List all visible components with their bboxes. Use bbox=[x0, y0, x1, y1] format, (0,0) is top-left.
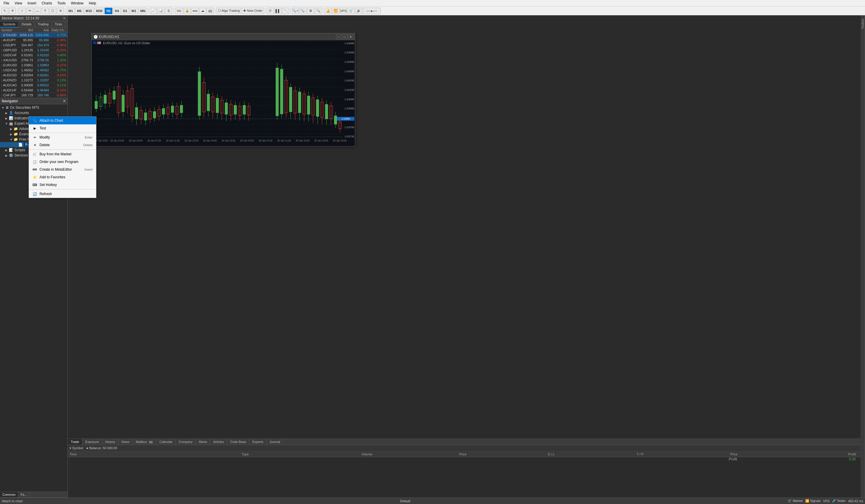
tool-vol[interactable]: 🔊 bbox=[355, 8, 362, 14]
market-watch-row[interactable]: ⟩ ETHUSD 3259.115 3259.695 4.72% bbox=[0, 33, 68, 38]
tool-ea[interactable]: 🤖 bbox=[207, 8, 214, 14]
bottom-tab-company[interactable]: Company bbox=[176, 439, 196, 445]
tool-signals[interactable]: 📶 bbox=[332, 8, 339, 14]
ctx-modify[interactable]: ✏ Modify Enter bbox=[29, 133, 96, 141]
tool-cloud[interactable]: ☁ bbox=[199, 8, 206, 14]
tool-cross[interactable]: ✛ bbox=[9, 8, 16, 14]
tool-ide[interactable]: IDE bbox=[175, 8, 183, 14]
tool-vps[interactable]: VPS bbox=[340, 8, 347, 14]
ctx-create-metaeditor[interactable]: IDE Create in MetaEditor Insert bbox=[29, 166, 96, 173]
menu-help[interactable]: Help bbox=[86, 1, 99, 6]
tf-m1[interactable]: M1 bbox=[67, 8, 74, 14]
bottom-tab-experts[interactable]: Experts bbox=[250, 439, 266, 445]
tool-objects[interactable]: S bbox=[165, 8, 172, 14]
menu-view[interactable]: View bbox=[12, 1, 24, 6]
market-link[interactable]: 🛒 Market bbox=[788, 499, 803, 503]
tf-m30[interactable]: M30 bbox=[94, 8, 104, 14]
algo-trading-btn[interactable]: ☐ Algo Trading bbox=[216, 8, 241, 14]
nav-accounts[interactable]: ▶ 👤 Accounts bbox=[0, 110, 68, 116]
tool-signal[interactable]: ●●● bbox=[191, 8, 198, 14]
tool-arrow[interactable]: ↖ bbox=[1, 8, 8, 14]
chart-minimize[interactable]: ─ bbox=[336, 35, 342, 39]
tool-line-chart[interactable]: 📉 bbox=[282, 8, 289, 14]
new-order-btn[interactable]: ✚ New Order bbox=[242, 8, 264, 14]
tool-lock[interactable]: 🔒 bbox=[184, 8, 191, 14]
bottom-tab-calendar[interactable]: Calendar bbox=[157, 439, 176, 445]
vps-link[interactable]: VPS bbox=[823, 499, 830, 503]
menu-insert[interactable]: Insert bbox=[25, 1, 39, 6]
tool-slider[interactable]: ──●── bbox=[363, 8, 381, 14]
menu-charts[interactable]: Charts bbox=[39, 1, 54, 6]
tool-alerts[interactable]: 🔔 bbox=[325, 8, 332, 14]
menu-file[interactable]: File bbox=[1, 1, 11, 6]
tool-chart-type[interactable]: 📈 bbox=[150, 8, 157, 14]
tool-hline[interactable]: — bbox=[34, 8, 41, 14]
bottom-tab-trade[interactable]: Trade bbox=[68, 439, 82, 445]
market-watch-row[interactable]: ⟩ AUDCHF 0.56468 0.56484 -0.14% bbox=[0, 88, 68, 93]
tool-line[interactable]: / bbox=[19, 8, 26, 14]
market-watch-row[interactable]: ⟩ USDCAD 1.45052 1.45062 0.75% bbox=[0, 68, 68, 73]
mw-tab-symbols[interactable]: Symbols bbox=[0, 22, 19, 27]
chart-maximize[interactable]: □ bbox=[342, 35, 347, 39]
market-watch-row[interactable]: ⟩ GBPUSD 1.24135 1.24140 -0.33% bbox=[0, 48, 68, 53]
tool-text[interactable]: T bbox=[42, 8, 49, 14]
ctx-refresh[interactable]: 🔄 Refresh bbox=[29, 190, 96, 198]
market-watch-row[interactable]: ⟩ AUDUSD 0.62054 0.62061 -0.54% bbox=[0, 73, 68, 78]
tool-zoom-out[interactable]: 🔍- bbox=[300, 8, 307, 14]
ctx-order-own-program[interactable]: 📋 Order your own Program bbox=[29, 158, 96, 166]
market-watch-row[interactable]: ⟩ AUDCAD 0.90008 0.90022 0.21% bbox=[0, 83, 68, 88]
bottom-tab-history[interactable]: History bbox=[102, 439, 118, 445]
bottom-tab-articles[interactable]: Articles bbox=[210, 439, 227, 445]
market-watch-row[interactable]: ⟩ EURUSD 1.03861 1.03863 -0.37% bbox=[0, 63, 68, 68]
tool-shapes[interactable]: ⬡ bbox=[49, 8, 56, 14]
bottom-tab-alerts[interactable]: Alerts bbox=[196, 439, 210, 445]
chart-close[interactable]: ✕ bbox=[348, 35, 353, 39]
tf-m5[interactable]: M5 bbox=[75, 8, 83, 14]
navigator-close[interactable]: ✕ bbox=[63, 99, 66, 103]
tool-search[interactable]: 🔍 bbox=[315, 8, 322, 14]
ctx-test[interactable]: ▶ Test bbox=[29, 125, 96, 132]
chart-canvas[interactable]: 🇪🇺🇺🇸 EURUSD, H1: Euro vs US Dollar bbox=[92, 40, 355, 146]
nav-tab-fa[interactable]: Fa... bbox=[18, 492, 30, 497]
tool-grid[interactable]: ⊞ bbox=[307, 8, 314, 14]
tool-market[interactable]: 🛒 bbox=[348, 8, 355, 14]
mw-tab-trading[interactable]: Trading bbox=[35, 22, 52, 27]
ctx-add-favorites[interactable]: ⭐ Add to Favorites bbox=[29, 173, 96, 181]
bottom-tab-mailbox[interactable]: Mailbox 11 bbox=[133, 439, 157, 445]
market-watch-row[interactable]: ⟩ XAUUSD 2794.73 2796.55 1.25% bbox=[0, 58, 68, 63]
nav-root[interactable]: ▼ 🖥 Ox Securities MT5 bbox=[0, 105, 68, 110]
tf-h4[interactable]: H4 bbox=[113, 8, 120, 14]
tool-zoom-in[interactable]: 🔍+ bbox=[292, 8, 299, 14]
market-watch-row[interactable]: ⟩ CHFJPY 169.729 169.746 -0.86% bbox=[0, 93, 68, 98]
ctx-set-hotkey[interactable]: ⌨ Set Hotkey bbox=[29, 181, 96, 189]
tool-history[interactable]: ⏱ bbox=[267, 8, 274, 14]
mw-tab-ticks[interactable]: Ticks bbox=[52, 22, 66, 27]
tool-bar-chart[interactable]: ▌▌ bbox=[275, 8, 281, 14]
market-watch-row[interactable]: ⟩ AUDJPY 95.855 95.866 -1.00% bbox=[0, 38, 68, 43]
ctx-delete[interactable]: ✕ Delete Delete bbox=[29, 141, 96, 149]
market-watch-row[interactable]: ⟩ AUDNZD 1.10272 1.10287 0.13% bbox=[0, 78, 68, 83]
bottom-tab-exposure[interactable]: Exposure bbox=[82, 439, 102, 445]
tool-fib[interactable]: ≋ bbox=[57, 8, 64, 14]
tf-d1[interactable]: D1 bbox=[122, 8, 129, 14]
bottom-tab-codebase[interactable]: Code Base bbox=[227, 439, 249, 445]
signals-link[interactable]: 📶 Signals bbox=[805, 499, 821, 503]
market-watch-row[interactable]: ⟩ USDJPY 154.467 154.474 -0.46% bbox=[0, 43, 68, 48]
bottom-tab-journal[interactable]: Journal bbox=[266, 439, 283, 445]
market-watch-row[interactable]: ⟩ USDCHF 0.91001 0.91010 0.40% bbox=[0, 53, 68, 58]
ctx-attach-to-chart[interactable]: 📎 Attach to Chart bbox=[29, 117, 96, 125]
tf-w1[interactable]: W1 bbox=[130, 8, 138, 14]
market-watch-close[interactable]: ✕ bbox=[63, 16, 66, 20]
ctx-buy-from-market[interactable]: 🛒 Buy from the Market bbox=[29, 150, 96, 158]
tool-draw[interactable]: ✏ bbox=[26, 8, 33, 14]
menu-tools[interactable]: Tools bbox=[55, 1, 68, 6]
menu-window[interactable]: Window bbox=[69, 1, 86, 6]
tool-indicators[interactable]: 📊 bbox=[158, 8, 164, 14]
tester-link[interactable]: 🧪 Tester bbox=[832, 499, 846, 503]
nav-tab-common[interactable]: Common bbox=[0, 492, 18, 497]
tf-mn[interactable]: MN bbox=[139, 8, 147, 14]
bottom-tab-news[interactable]: News bbox=[118, 439, 133, 445]
mw-tab-details[interactable]: Details bbox=[19, 22, 35, 27]
tf-m15[interactable]: M15 bbox=[84, 8, 94, 14]
tf-h1[interactable]: H1 bbox=[105, 8, 112, 14]
